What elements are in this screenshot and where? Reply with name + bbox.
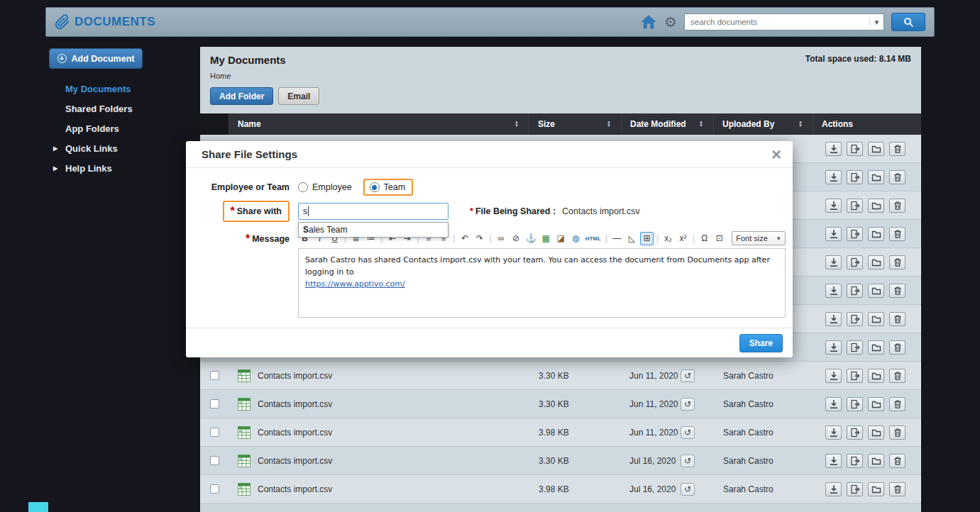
history-icon[interactable]: ↺: [681, 398, 695, 411]
delete-button[interactable]: [889, 142, 905, 156]
download-button[interactable]: [825, 397, 842, 411]
move-to-folder-button[interactable]: [868, 312, 884, 326]
column-header-uploaded-by[interactable]: Uploaded By ▲▼: [713, 113, 813, 135]
link-icon[interactable]: ∞: [495, 232, 508, 245]
employee-radio-option[interactable]: Employee: [298, 182, 352, 192]
move-to-folder-button[interactable]: [868, 142, 884, 156]
move-to-folder-button[interactable]: [868, 397, 884, 411]
send-to-app-button[interactable]: [847, 454, 863, 468]
share-with-input[interactable]: s: [298, 203, 448, 220]
send-to-app-button[interactable]: [847, 142, 863, 156]
history-icon[interactable]: ↺: [681, 455, 695, 467]
chat-widget[interactable]: [28, 502, 48, 512]
source-html-icon[interactable]: HTML: [584, 232, 602, 245]
suggestion-sales-team[interactable]: Sales Team: [299, 223, 448, 237]
insert-table-icon[interactable]: ⊞: [640, 232, 654, 245]
move-to-folder-button[interactable]: [868, 255, 884, 269]
download-button[interactable]: [825, 284, 842, 298]
file-name[interactable]: Contacts import.csv: [258, 428, 332, 438]
file-name[interactable]: Contacts import.csv: [258, 456, 332, 466]
row-checkbox[interactable]: [210, 456, 219, 465]
team-radio[interactable]: [370, 182, 380, 192]
delete-button[interactable]: [889, 482, 905, 496]
move-to-folder-button[interactable]: [868, 227, 884, 241]
home-icon[interactable]: [640, 14, 657, 30]
move-to-folder-button[interactable]: [868, 425, 884, 440]
delete-button[interactable]: [889, 340, 905, 355]
message-textarea[interactable]: Sarah Castro has shared Contacts import.…: [298, 248, 786, 318]
download-button[interactable]: [825, 170, 842, 184]
download-button[interactable]: [825, 340, 842, 355]
subscript-icon[interactable]: x₂: [661, 232, 675, 245]
delete-button[interactable]: [889, 425, 905, 440]
add-document-button[interactable]: + Add Document: [49, 48, 143, 69]
download-button[interactable]: [825, 227, 842, 241]
undo-icon[interactable]: ↶: [458, 232, 472, 245]
sort-icon[interactable]: ▲▼: [607, 121, 611, 128]
close-icon[interactable]: ×: [771, 146, 781, 163]
search-button[interactable]: [891, 13, 925, 31]
move-to-folder-button[interactable]: [868, 199, 884, 213]
horizontal-rule-icon[interactable]: —: [610, 232, 624, 245]
send-to-app-button[interactable]: [847, 199, 863, 213]
delete-button[interactable]: [889, 170, 905, 184]
send-to-app-button[interactable]: [847, 255, 863, 269]
delete-button[interactable]: [889, 369, 905, 383]
delete-button[interactable]: [889, 284, 905, 298]
gear-icon[interactable]: ⚙: [664, 15, 677, 29]
send-to-app-button[interactable]: [847, 369, 863, 383]
move-to-folder-button[interactable]: [868, 340, 884, 355]
add-folder-button[interactable]: Add Folder: [210, 87, 273, 105]
download-button[interactable]: [825, 142, 842, 156]
sort-icon[interactable]: ▲▼: [699, 121, 703, 128]
row-checkbox[interactable]: [210, 399, 219, 408]
send-to-app-button[interactable]: [847, 170, 863, 184]
print-icon[interactable]: ⊡: [712, 232, 726, 245]
sidebar-item-quick-links[interactable]: ▶ Quick Links: [0, 138, 200, 158]
breadcrumb[interactable]: Home: [210, 72, 911, 80]
download-button[interactable]: [825, 199, 842, 213]
sort-icon[interactable]: ▲▼: [514, 121, 519, 128]
download-button[interactable]: [825, 369, 842, 383]
send-to-app-button[interactable]: [847, 284, 863, 298]
employee-radio[interactable]: [298, 182, 308, 192]
history-icon[interactable]: ↺: [681, 483, 695, 496]
sidebar-item-shared-folders[interactable]: ▶ Shared Folders: [0, 99, 200, 118]
row-checkbox[interactable]: [210, 371, 219, 380]
anchor-icon[interactable]: ⚓: [524, 232, 538, 245]
sidebar-item-app-folders[interactable]: ▶ App Folders: [0, 118, 200, 138]
column-header-name[interactable]: Name ▲▼: [229, 113, 529, 135]
history-icon[interactable]: ↺: [681, 426, 695, 439]
globe-icon[interactable]: ◍: [569, 232, 583, 245]
download-button[interactable]: [825, 425, 842, 440]
download-button[interactable]: [825, 312, 842, 326]
column-header-date-modified[interactable]: Date Modified ▲▼: [621, 113, 713, 135]
download-button[interactable]: [825, 255, 842, 269]
delete-button[interactable]: [889, 227, 905, 241]
delete-button[interactable]: [889, 199, 905, 213]
download-button[interactable]: [825, 482, 842, 496]
file-name[interactable]: Contacts import.csv: [258, 399, 332, 409]
move-to-folder-button[interactable]: [868, 170, 884, 184]
delete-button[interactable]: [889, 397, 905, 411]
send-to-app-button[interactable]: [847, 425, 863, 440]
redo-icon[interactable]: ↷: [473, 232, 487, 245]
search-input[interactable]: [685, 18, 869, 26]
send-to-app-button[interactable]: [847, 397, 863, 411]
move-to-folder-button[interactable]: [868, 369, 884, 383]
share-button[interactable]: Share: [739, 334, 783, 352]
column-header-size[interactable]: Size ▲▼: [529, 113, 621, 135]
remove-format-icon[interactable]: ◺: [625, 232, 639, 245]
team-radio-option[interactable]: Team: [370, 182, 406, 192]
image-icon[interactable]: ▦: [539, 232, 553, 245]
sort-icon[interactable]: ▲▼: [798, 121, 803, 128]
special-character-icon[interactable]: Ω: [698, 232, 711, 245]
send-to-app-button[interactable]: [847, 227, 863, 241]
history-icon[interactable]: ↺: [681, 369, 695, 382]
download-button[interactable]: [825, 454, 842, 468]
styles-icon[interactable]: ◪: [554, 232, 568, 245]
move-to-folder-button[interactable]: [868, 454, 884, 468]
email-button[interactable]: Email: [278, 87, 319, 105]
font-size-select[interactable]: Font size ▼: [732, 231, 786, 245]
row-checkbox[interactable]: [210, 428, 219, 437]
